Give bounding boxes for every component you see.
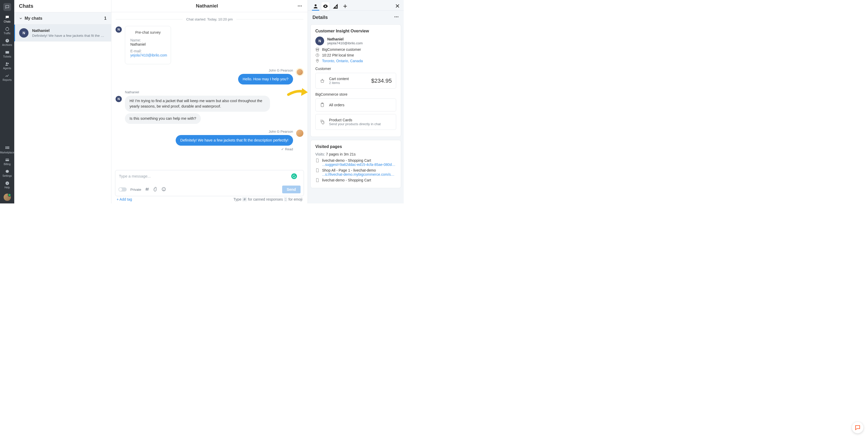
bigcommerce-icon: B xyxy=(333,3,338,9)
nav-traffic[interactable]: Traffic xyxy=(0,25,14,37)
help-icon: ? xyxy=(5,181,10,186)
customer-platform: BigCommerce customer xyxy=(315,48,396,52)
current-user-avatar[interactable] xyxy=(4,194,11,201)
close-details-button[interactable] xyxy=(395,3,400,9)
customer-avatar: N xyxy=(315,36,324,45)
marketplace-icon xyxy=(5,146,10,151)
svg-point-3 xyxy=(6,62,7,64)
nav-settings[interactable]: Settings xyxy=(0,168,14,179)
add-tag-link[interactable]: + Add tag xyxy=(117,197,132,201)
customer-sender-label: Nathaniel xyxy=(125,90,270,94)
customer-avatar: N xyxy=(19,28,29,38)
chat-body: Chat started: Today, 10:20 pm N Pre-chat… xyxy=(112,12,308,170)
pre-chat-survey: Pre-chat survey Name: Nathaniel E-mail: … xyxy=(125,26,171,64)
emoji-icon[interactable] xyxy=(161,187,166,192)
visited-page-title: livechat-demo - Shopping Cart xyxy=(322,178,371,182)
chat-item-preview: Definitely! We have a few jackets that f… xyxy=(32,34,105,38)
visited-page-url[interactable]: ...suggest=9a62ddac-ed15-4cfa-85ae-080dd… xyxy=(322,162,396,167)
close-icon xyxy=(395,3,400,8)
svg-point-26 xyxy=(396,16,397,17)
tickets-icon xyxy=(5,50,10,55)
nav-reports[interactable]: Reports xyxy=(0,72,14,84)
agents-icon xyxy=(5,62,10,66)
tab-insight[interactable] xyxy=(321,2,330,10)
customer-avatar-small: N xyxy=(116,26,122,33)
survey-heading: Pre-chat survey xyxy=(130,30,165,34)
basket-icon xyxy=(320,78,325,84)
all-orders-card[interactable]: All orders xyxy=(315,98,396,112)
tab-person[interactable] xyxy=(311,2,320,10)
clock-icon xyxy=(315,53,319,57)
more-icon[interactable] xyxy=(297,3,302,8)
chat-title: Nathaniel xyxy=(117,3,297,9)
svg-point-17 xyxy=(299,5,300,6)
nav-help[interactable]: ? Help xyxy=(0,179,14,191)
visited-page-item[interactable]: Shop All - Page 1 - livechat-demo ...s:/… xyxy=(315,168,396,177)
tab-bigcommerce[interactable]: B xyxy=(331,2,339,10)
private-toggle[interactable] xyxy=(118,187,127,191)
product-cards-title: Product Cards xyxy=(329,118,381,122)
cart-content-card[interactable]: Cart content 2 items $234.95 xyxy=(315,73,396,89)
send-button[interactable]: Send xyxy=(282,186,301,193)
archives-icon xyxy=(5,38,10,43)
chat-list-column: Chats My chats 1 N Nathaniel Definitely!… xyxy=(14,0,112,204)
billing-icon xyxy=(5,158,10,162)
page-icon xyxy=(315,168,319,173)
visited-page-item[interactable]: livechat-demo - Shopping Cart xyxy=(315,178,396,182)
store-icon xyxy=(315,48,319,52)
composer-hints: Type # for canned responses : for emoji xyxy=(234,197,302,201)
nav-tickets[interactable]: Tickets xyxy=(0,49,14,60)
customer-message-block: N Nathaniel Hi! I'm trying to find a jac… xyxy=(116,90,303,125)
svg-rect-8 xyxy=(5,148,6,149)
survey-name-label: Name: xyxy=(130,38,165,42)
tag-icon xyxy=(320,120,325,125)
more-icon[interactable] xyxy=(394,14,399,21)
message-input[interactable] xyxy=(118,173,301,179)
survey-email-value[interactable]: yejola7410@ibrilo.com xyxy=(130,53,165,57)
visited-heading: Visited pages xyxy=(315,144,396,149)
tab-add[interactable] xyxy=(341,2,349,10)
chat-list-item[interactable]: N Nathaniel Definitely! We have a few ja… xyxy=(14,25,111,41)
cart-sub: 2 items xyxy=(329,81,349,85)
nav-chats[interactable]: Chats xyxy=(0,13,14,25)
insight-heading: Customer Insight Overview xyxy=(315,29,396,33)
nav-agents[interactable]: Agents xyxy=(0,60,14,72)
svg-rect-10 xyxy=(8,148,9,149)
survey-block: N Pre-chat survey Name: Nathaniel E-mail… xyxy=(116,26,303,64)
composer-area: Private Send + Add tag Type # for canned… xyxy=(112,170,308,204)
nav-marketplace[interactable]: Marketplace xyxy=(0,144,14,156)
private-label: Private xyxy=(130,188,141,191)
svg-point-25 xyxy=(395,16,395,17)
hash-icon[interactable] xyxy=(145,187,150,192)
cart-title: Cart content xyxy=(329,77,349,81)
location-icon xyxy=(315,59,319,63)
nav-billing[interactable]: Billing xyxy=(0,156,14,168)
visited-page-item[interactable]: livechat-demo - Shopping Cart ...suggest… xyxy=(315,158,396,167)
product-cards-card[interactable]: Product Cards Send your products directl… xyxy=(315,114,396,130)
customer-location[interactable]: Toronto, Ontario, Canada xyxy=(315,59,396,63)
page-icon xyxy=(315,178,319,182)
nav-archives[interactable]: Archives xyxy=(0,37,14,49)
attachment-icon[interactable] xyxy=(153,187,158,192)
person-icon xyxy=(313,3,318,9)
visited-page-url[interactable]: ...s://livechat-demo.mybigcommerce.com/s… xyxy=(322,173,396,177)
all-orders-title: All orders xyxy=(329,103,344,107)
agent-bubble: Hello. How may I help you? xyxy=(238,74,293,85)
chat-item-name: Nathaniel xyxy=(32,28,105,33)
agent-bubble: Definitely! We have a few jackets that f… xyxy=(176,135,293,146)
page-icon xyxy=(315,158,319,162)
nav-rail: Chats Traffic Archives Tickets Agents Re… xyxy=(0,0,14,204)
svg-text:B: B xyxy=(335,6,337,8)
details-column: B Details Customer Insight Overview N Na… xyxy=(308,0,404,204)
chat-group-label: My chats xyxy=(25,16,42,21)
visited-pages-card: Visited pages Visits: 7 pages in 3m 21s … xyxy=(310,140,401,188)
chats-icon xyxy=(5,15,10,20)
grammarly-icon[interactable] xyxy=(291,174,297,179)
chat-group-count: 1 xyxy=(104,16,106,21)
svg-point-0 xyxy=(6,28,9,31)
chat-group-my-chats[interactable]: My chats 1 xyxy=(14,12,111,25)
agent-message-1: John G Pearson Hello. How may I help you… xyxy=(116,68,303,86)
chevron-down-icon xyxy=(19,17,23,20)
customer-name: Nathaniel xyxy=(327,37,363,41)
svg-point-23 xyxy=(325,5,326,7)
